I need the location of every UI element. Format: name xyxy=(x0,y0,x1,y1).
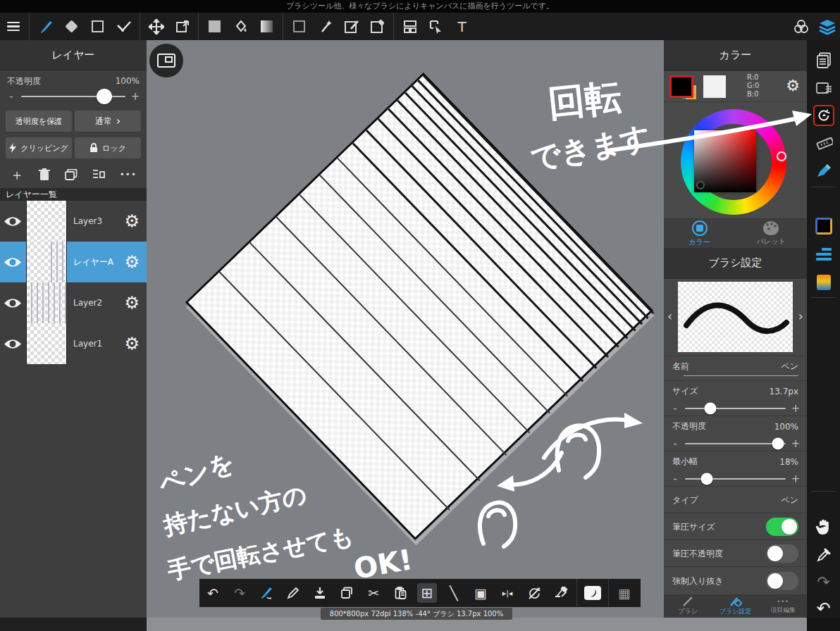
secondary-color-swatch[interactable] xyxy=(703,75,726,98)
pressure-size-toggle[interactable] xyxy=(766,518,798,536)
marker-pen-icon[interactable] xyxy=(807,157,840,184)
image-reference-button[interactable] xyxy=(579,579,606,607)
min-width-knob[interactable] xyxy=(701,473,713,485)
brush-type-value[interactable]: ペン xyxy=(781,494,798,506)
size-slider-track[interactable] xyxy=(685,408,786,409)
min-width-plus[interactable]: + xyxy=(790,473,801,485)
eyedropper-tool-icon[interactable] xyxy=(807,542,840,568)
paste-button[interactable] xyxy=(387,579,414,607)
layer-row[interactable]: Layer2 ⚙ xyxy=(0,282,147,323)
redo-button[interactable]: ↷ xyxy=(226,579,253,607)
pressure-opacity-toggle[interactable] xyxy=(766,544,798,563)
layer-opacity-slider: - + xyxy=(0,87,147,106)
select-cursor-tool-icon[interactable] xyxy=(423,13,449,40)
opacity-slider-track[interactable] xyxy=(21,96,125,97)
rect-select-tool-icon[interactable] xyxy=(85,13,111,40)
layer-order-button[interactable] xyxy=(92,169,105,180)
gradient-tool-icon[interactable] xyxy=(254,13,280,40)
color-swatch-panel-icon[interactable] xyxy=(807,213,840,239)
brush-opacity-track[interactable] xyxy=(685,443,786,444)
magic-wand-tool-icon[interactable] xyxy=(312,13,338,40)
layer-gear-icon[interactable]: ⚙ xyxy=(124,254,140,270)
material-list-icon[interactable] xyxy=(807,241,840,268)
tab-brush-list[interactable]: ブラシ xyxy=(664,595,712,618)
brush-opacity-plus[interactable]: + xyxy=(790,437,801,450)
duplicate-layer-button[interactable] xyxy=(65,169,78,180)
brush-name-value[interactable]: ペン xyxy=(781,361,798,373)
transform-tool-icon[interactable] xyxy=(169,13,195,40)
force-fade-toggle[interactable] xyxy=(766,572,798,590)
color-sync-icon[interactable] xyxy=(788,13,814,40)
bucket-tool-icon[interactable] xyxy=(228,13,254,40)
foreground-color-swatch[interactable] xyxy=(669,75,693,98)
clear-button[interactable] xyxy=(548,579,574,607)
nav-window-button[interactable] xyxy=(149,44,183,77)
sv-marker[interactable] xyxy=(696,181,705,189)
layers-panel-icon[interactable] xyxy=(814,13,840,40)
more-options-button[interactable]: ••• xyxy=(120,170,137,180)
pen-button[interactable] xyxy=(280,579,307,607)
delete-layer-button[interactable] xyxy=(39,168,50,181)
lock-button[interactable]: ロック xyxy=(75,137,141,158)
layer-gear-icon[interactable]: ⚙ xyxy=(124,335,140,352)
clipping-button[interactable]: クリッピング xyxy=(6,137,72,158)
erase-select-tool-icon[interactable] xyxy=(364,13,390,40)
text-tool-icon[interactable]: T xyxy=(449,13,475,40)
add-layer-button[interactable]: ＋ xyxy=(10,165,24,185)
blend-mode-button[interactable]: 通常 › xyxy=(75,111,141,132)
min-width-minus[interactable]: - xyxy=(669,473,681,485)
grid-view-button[interactable]: ⊞ xyxy=(414,579,440,607)
pixel-grid-button[interactable]: ▦ xyxy=(611,579,638,607)
eraser-tool-icon[interactable] xyxy=(58,13,85,40)
quick-brush-button[interactable] xyxy=(253,579,280,607)
shape-rect-tool-icon[interactable] xyxy=(286,13,312,40)
size-plus-button[interactable]: + xyxy=(790,402,801,415)
layer-gear-icon[interactable]: ⚙ xyxy=(124,294,140,311)
next-brush-button[interactable]: › xyxy=(798,308,803,323)
reset-rotation-button[interactable] xyxy=(521,579,548,607)
move-tool-icon[interactable] xyxy=(143,13,169,40)
hue-marker[interactable] xyxy=(777,151,786,161)
hand-pan-tool-icon[interactable] xyxy=(807,513,840,540)
min-width-track[interactable] xyxy=(685,478,786,480)
polyline-select-tool-icon[interactable] xyxy=(111,13,137,40)
tab-palette[interactable]: パレット xyxy=(736,219,808,248)
rotate-canvas-button-highlighted[interactable] xyxy=(807,102,840,129)
visibility-eye-icon[interactable] xyxy=(0,338,25,350)
brush-opacity-knob[interactable] xyxy=(772,438,784,450)
frame-button[interactable]: ▣ xyxy=(467,579,494,607)
pen-select-tool-icon[interactable] xyxy=(338,13,364,40)
color-settings-gear-icon[interactable]: ⚙ xyxy=(786,77,800,94)
panel-layout-icon[interactable] xyxy=(397,13,423,40)
visibility-eye-icon[interactable] xyxy=(0,297,25,309)
brush-tool-icon[interactable] xyxy=(32,13,58,40)
layer-gear-icon[interactable]: ⚙ xyxy=(124,213,140,230)
layer-row[interactable]: Layer3 ⚙ xyxy=(0,201,147,242)
protect-alpha-button[interactable]: 透明度を保護 xyxy=(6,111,72,132)
visibility-eye-icon[interactable] xyxy=(0,215,25,227)
brush-opacity-minus[interactable]: - xyxy=(669,437,681,450)
pages-icon[interactable] xyxy=(807,47,840,74)
ruler-icon[interactable] xyxy=(807,130,840,157)
canvas-settings-icon[interactable] xyxy=(807,75,840,102)
layer-row-selected[interactable]: レイヤーA ⚙ xyxy=(0,242,147,282)
tab-edit-items[interactable]: ••• 項目編集 xyxy=(759,595,807,618)
flip-horizontal-button[interactable]: ▸|◂ xyxy=(494,579,521,607)
line-tool-button[interactable]: ╲ xyxy=(440,579,467,607)
opacity-slider-knob[interactable] xyxy=(97,89,112,104)
tab-color[interactable]: カラー xyxy=(664,219,736,248)
sidebar-redo-button[interactable]: ↷ xyxy=(807,568,840,595)
opacity-plus-button[interactable]: + xyxy=(130,90,141,103)
layer-row[interactable]: Layer1 ⚙ xyxy=(0,323,147,364)
prev-brush-button[interactable]: ‹ xyxy=(667,308,672,323)
opacity-minus-button[interactable]: - xyxy=(6,90,17,103)
tab-brush-settings[interactable]: ブラシ設定 xyxy=(712,595,760,618)
palette-gradient-icon[interactable] xyxy=(807,269,840,296)
undo-button[interactable]: ↶ xyxy=(199,579,226,607)
fill-color-swatch[interactable] xyxy=(202,13,228,40)
visibility-eye-icon[interactable] xyxy=(0,256,25,268)
size-slider-knob[interactable] xyxy=(704,403,716,415)
size-minus-button[interactable]: - xyxy=(669,402,681,415)
save-button[interactable] xyxy=(307,579,333,607)
menu-icon[interactable] xyxy=(0,13,26,40)
